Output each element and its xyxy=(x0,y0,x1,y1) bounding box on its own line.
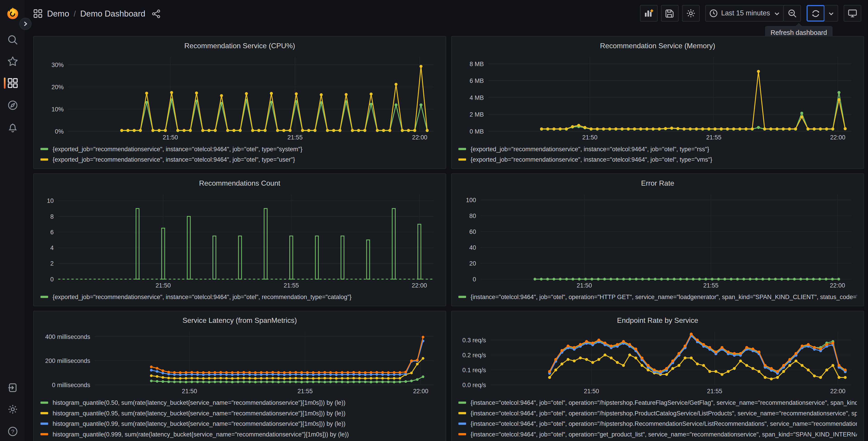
time-series-chart[interactable]: 21:5021:5522:00020406080100 xyxy=(459,189,857,290)
panel-legend: {exported_job="recommendationservice", i… xyxy=(40,290,439,302)
svg-text:8: 8 xyxy=(50,213,54,220)
top-navbar: Demo / Demo Dashboard xyxy=(0,0,868,29)
legend-label: {exported_job="recommendationservice", i… xyxy=(470,145,709,152)
refresh-interval-dropdown[interactable] xyxy=(824,5,838,22)
zoom-out-button[interactable] xyxy=(783,5,801,22)
panel-title-menu[interactable]: Endpoint Rate by Service xyxy=(459,314,857,326)
legend-swatch xyxy=(40,148,48,150)
time-series-chart[interactable]: 21:5021:5522:000%10%20%30% xyxy=(40,52,439,142)
legend-item[interactable]: histogram_quantile(0.95, sum(rate(latenc… xyxy=(40,408,439,418)
svg-text:21:55: 21:55 xyxy=(283,282,299,289)
sidebar-item-explore[interactable] xyxy=(0,96,25,115)
svg-text:0 milliseconds: 0 milliseconds xyxy=(52,382,90,388)
svg-text:6: 6 xyxy=(50,229,54,236)
chevron-right-icon xyxy=(23,21,28,27)
breadcrumb-page[interactable]: Demo Dashboard xyxy=(80,9,145,18)
svg-text:21:50: 21:50 xyxy=(584,388,599,394)
legend-label: {instance="otelcol:9464", job="otel", op… xyxy=(470,420,857,427)
panel-recommendation-cpu: Recommendation Service (CPU%) 21:5021:55… xyxy=(33,36,446,169)
sidebar-expand-button[interactable] xyxy=(20,18,32,30)
panel-title: Error Rate xyxy=(641,179,674,187)
sidebar-item-alerting[interactable] xyxy=(0,118,25,137)
legend-swatch xyxy=(40,158,48,160)
panel-legend: {exported_job="recommendationservice", i… xyxy=(40,142,439,165)
legend-item[interactable]: {exported_job="recommendationservice", i… xyxy=(459,144,857,154)
panel-title-menu[interactable]: Recommendation Service (Memory) xyxy=(459,39,857,52)
save-dashboard-button[interactable] xyxy=(661,5,678,22)
gear-icon xyxy=(686,8,695,18)
sidebar-item-starred[interactable] xyxy=(0,52,25,71)
legend-item[interactable]: {instance="otelcol:9464", job="otel", op… xyxy=(459,397,857,408)
svg-text:21:55: 21:55 xyxy=(287,134,303,141)
sidebar-item-dashboards[interactable] xyxy=(0,74,25,92)
refresh-icon xyxy=(811,9,820,18)
svg-text:22:00: 22:00 xyxy=(830,388,845,394)
bar-chart[interactable]: 21:5021:5522:000246810 xyxy=(40,189,439,290)
svg-text:20%: 20% xyxy=(51,84,64,91)
legend-swatch xyxy=(459,422,466,424)
legend-item[interactable]: {exported_job="recommendationservice", i… xyxy=(40,144,439,154)
legend-item[interactable]: histogram_quantile(0.99, sum(rate(latenc… xyxy=(40,418,439,429)
svg-text:4: 4 xyxy=(50,244,54,251)
dashboard-settings-button[interactable] xyxy=(682,5,700,22)
panel-service-latency: Service Latency (from SpanMetrics) 21:50… xyxy=(33,311,446,441)
time-series-chart[interactable]: 21:5021:5522:000 milliseconds200 millise… xyxy=(40,326,439,396)
legend-item[interactable]: {instance="otelcol:9464", job="otel", op… xyxy=(459,408,857,418)
search-icon xyxy=(7,34,18,46)
legend-item[interactable]: histogram_quantile(0.999, sum(rate(laten… xyxy=(40,429,439,439)
sidebar-item-sign-in[interactable] xyxy=(0,378,25,397)
panel-legend: {instance="otelcol:9464", job="otel", op… xyxy=(459,396,857,439)
cycle-view-mode-button[interactable] xyxy=(843,5,861,22)
zoom-out-icon xyxy=(787,9,797,18)
sidebar-item-configuration[interactable] xyxy=(0,400,25,419)
sidebar-item-search[interactable] xyxy=(0,31,25,49)
svg-text:8 MB: 8 MB xyxy=(469,61,484,67)
legend-item[interactable]: {instance="otelcol:9464", job="otel", op… xyxy=(459,418,857,429)
svg-text:22:00: 22:00 xyxy=(412,134,427,141)
apps-grid-icon xyxy=(33,9,43,18)
panel-title: Endpoint Rate by Service xyxy=(617,316,698,324)
time-series-chart[interactable]: 21:5021:5522:000.0 req/s0.1 req/s0.2 req… xyxy=(459,326,857,396)
panel-title-menu[interactable]: Recommendations Count xyxy=(40,177,439,189)
svg-text:21:50: 21:50 xyxy=(577,282,592,289)
refresh-controls xyxy=(806,5,838,22)
panel-recommendations-count: Recommendations Count 21:5021:5522:00024… xyxy=(33,173,446,306)
svg-text:22:00: 22:00 xyxy=(830,134,845,141)
panel-title-menu[interactable]: Recommendation Service (CPU%) xyxy=(40,39,439,52)
add-panel-button[interactable] xyxy=(640,5,657,22)
legend-item[interactable]: {instance="otelcol:9464", job="otel", op… xyxy=(459,291,857,302)
legend-item[interactable]: {exported_job="recommendationservice", i… xyxy=(459,154,857,164)
svg-text:30%: 30% xyxy=(51,62,64,68)
panel-title-menu[interactable]: Service Latency (from SpanMetrics) xyxy=(40,314,439,326)
panel-title-menu[interactable]: Error Rate xyxy=(459,177,857,189)
legend-item[interactable]: {exported_job="recommendationservice", i… xyxy=(40,154,439,164)
breadcrumb-separator: / xyxy=(73,9,76,18)
chevron-down-icon xyxy=(828,10,834,16)
legend-swatch xyxy=(459,158,466,160)
svg-text:100: 100 xyxy=(466,197,476,204)
svg-text:20: 20 xyxy=(469,260,476,267)
breadcrumb-section[interactable]: Demo xyxy=(47,9,69,18)
svg-text:21:50: 21:50 xyxy=(155,282,170,289)
svg-text:10: 10 xyxy=(47,198,54,204)
legend-swatch xyxy=(459,148,466,150)
svg-text:0%: 0% xyxy=(55,128,64,135)
panel-title: Service Latency (from SpanMetrics) xyxy=(183,316,297,324)
legend-item[interactable]: {exported_job="recommendationservice", i… xyxy=(40,291,439,302)
svg-text:21:55: 21:55 xyxy=(298,388,313,394)
share-icon[interactable] xyxy=(152,9,161,18)
legend-item[interactable]: histogram_quantile(0.50, sum(rate(latenc… xyxy=(40,397,439,408)
chevron-down-icon xyxy=(774,10,780,16)
legend-item[interactable]: {instance="otelcol:9464", job="otel", op… xyxy=(459,429,857,439)
legend-label: {instance="otelcol:9464", job="otel", op… xyxy=(470,399,857,406)
sidebar-item-help[interactable]: ? xyxy=(0,422,25,441)
svg-text:60: 60 xyxy=(469,229,476,235)
refresh-button[interactable] xyxy=(806,5,825,22)
svg-text:40: 40 xyxy=(469,244,476,251)
legend-swatch xyxy=(459,412,466,414)
bell-icon xyxy=(7,122,18,133)
legend-label: {instance="otelcol:9464", job="otel", op… xyxy=(470,431,857,437)
time-range-picker[interactable]: Last 15 minutes xyxy=(705,5,784,22)
svg-text:4 MB: 4 MB xyxy=(469,94,484,101)
time-series-chart[interactable]: 21:5021:5522:000 MB2 MB4 MB6 MB8 MB xyxy=(459,52,857,142)
